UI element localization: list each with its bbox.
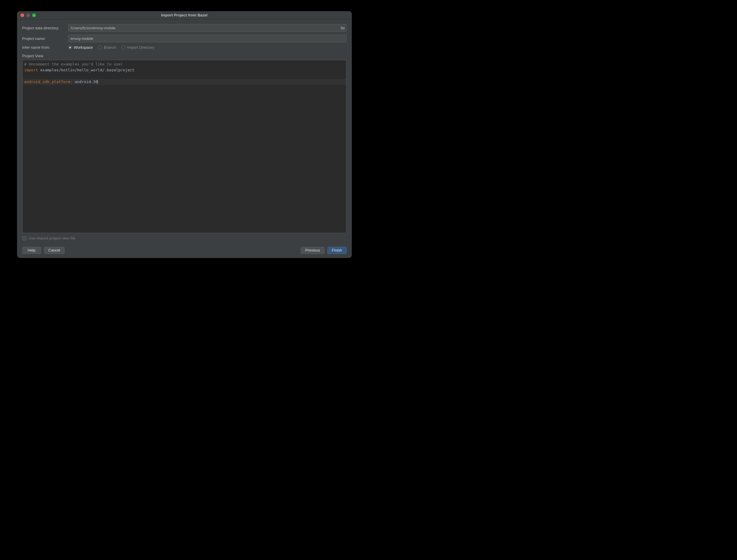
footer-left: Help Cancel: [22, 247, 65, 254]
radio-icon: [98, 45, 102, 50]
radio-icon: [68, 45, 72, 50]
folder-icon[interactable]: [340, 26, 345, 30]
radio-workspace[interactable]: Workspace: [68, 45, 93, 50]
editor-line: [23, 73, 346, 79]
radio-workspace-label: Workspace: [74, 45, 93, 50]
help-button[interactable]: Help: [22, 247, 41, 254]
editor-key: android_sdk_platform:: [24, 80, 73, 84]
editor-text: examples/kotlin/hello_world/.bazelprojec…: [38, 68, 134, 72]
label-data-directory: Project data directory:: [22, 26, 68, 30]
titlebar: Import Project from Bazel: [17, 11, 352, 19]
checkbox-icon[interactable]: [22, 236, 26, 240]
radio-import-directory[interactable]: Import Directory: [122, 45, 154, 50]
project-view-editor[interactable]: # Uncomment the examples you'd like to u…: [22, 60, 347, 233]
label-project-view: Project View: [22, 54, 347, 58]
dialog-footer: Help Cancel Previous Finish: [17, 244, 352, 258]
radio-icon: [122, 45, 126, 50]
radio-import-dir-label: Import Directory: [127, 45, 154, 50]
project-name-field[interactable]: [68, 35, 347, 42]
label-infer-name: Infer name from:: [22, 45, 68, 50]
editor-line: # Uncomment the examples you'd like to u…: [23, 61, 346, 67]
editor-line: import examples/kotlin/hello_world/.baze…: [23, 67, 346, 73]
row-data-directory: Project data directory: /Users/fz/src/en…: [22, 24, 347, 32]
radio-branch[interactable]: Branch: [98, 45, 116, 50]
editor-current-line: android_sdk_platform: android-30: [23, 79, 346, 85]
dialog-window: Import Project from Bazel Project data d…: [17, 11, 352, 258]
row-shared-project-view[interactable]: Use shared project view file: [22, 236, 347, 240]
infer-radio-group: Workspace Branch Import Directory: [68, 45, 154, 50]
footer-right: Previous Finish: [301, 247, 346, 254]
row-project-name: Project name:: [22, 35, 347, 42]
window-controls: [17, 14, 36, 17]
window-title: Import Project from Bazel: [17, 13, 352, 17]
shared-project-view-label: Use shared project view file: [29, 236, 75, 240]
maximize-icon[interactable]: [32, 14, 36, 17]
cancel-button[interactable]: Cancel: [44, 247, 65, 254]
radio-branch-label: Branch: [104, 45, 116, 50]
text-caret: [97, 80, 98, 84]
editor-comment: # Uncomment the examples you'd like to u…: [24, 62, 123, 66]
row-infer-name: Infer name from: Workspace Branch Import…: [22, 45, 347, 50]
previous-button[interactable]: Previous: [301, 247, 325, 254]
label-project-name: Project name:: [22, 36, 68, 41]
data-directory-value: /Users/fz/src/envoy-mobile: [71, 26, 340, 30]
close-icon[interactable]: [21, 14, 24, 17]
data-directory-field[interactable]: /Users/fz/src/envoy-mobile: [68, 24, 347, 32]
editor-text: android-30: [73, 80, 98, 84]
minimize-icon[interactable]: [26, 14, 30, 17]
finish-button[interactable]: Finish: [328, 247, 347, 254]
dialog-content: Project data directory: /Users/fz/src/en…: [17, 19, 352, 244]
editor-keyword: import: [24, 68, 38, 72]
